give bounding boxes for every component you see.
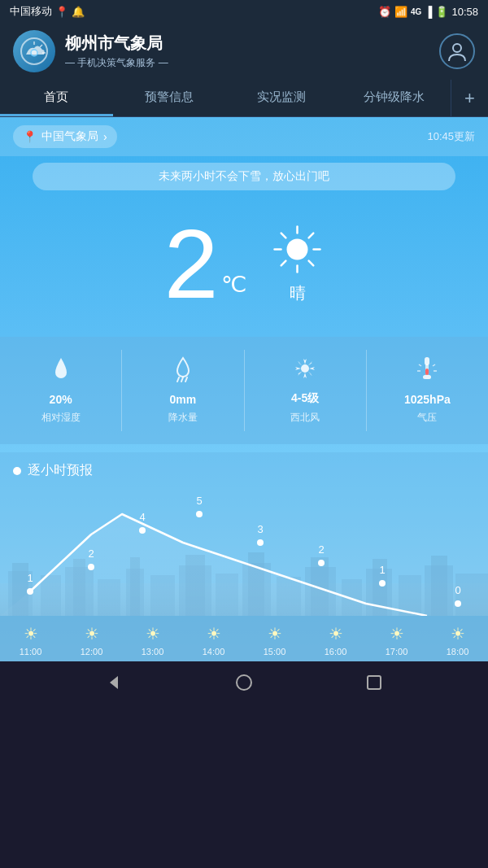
svg-line-21 <box>433 364 435 366</box>
stats-bar: 20% 相对湿度 0mm 降水量 <box>0 337 488 444</box>
hour-item-1200: ☀ 12:00 <box>61 624 122 656</box>
sun-icon-1200: ☀ <box>85 624 99 643</box>
pin-icon: 📍 <box>23 130 37 143</box>
home-button[interactable] <box>226 665 262 700</box>
svg-line-8 <box>309 261 314 266</box>
signal-icon: ▐ <box>425 6 432 18</box>
rainfall-value: 0mm <box>170 393 197 406</box>
wind-direction-label: 西北风 <box>290 411 320 425</box>
weather-main: 2 ℃ 晴 <box>0 190 488 329</box>
alarm-icon: ⏰ <box>378 6 391 18</box>
svg-point-53 <box>139 527 146 534</box>
location-name: 中国气象局 <box>41 129 98 144</box>
tab-rain[interactable]: 分钟级降水 <box>338 80 451 116</box>
rainfall-icon <box>172 356 194 388</box>
temperature-line-chart: 1 2 4 5 3 2 1 0 <box>0 486 488 616</box>
hourly-section: 逐小时预报 <box>0 452 488 661</box>
sun-icon-1700: ☀ <box>390 624 404 643</box>
home-circle-icon <box>235 674 253 691</box>
notice-text: 未来两小时不会下雪，放心出门吧 <box>159 169 329 182</box>
svg-text:1: 1 <box>379 564 385 576</box>
svg-point-63 <box>455 600 461 607</box>
humidity-label: 相对湿度 <box>41 411 81 425</box>
carrier-label: 中国移动 <box>10 4 52 19</box>
pressure-label: 气压 <box>417 411 437 425</box>
back-button[interactable] <box>96 665 132 700</box>
weather-condition: 晴 <box>271 223 324 304</box>
sun-icon-1800: ☀ <box>451 624 465 643</box>
tab-monitor[interactable]: 实况监测 <box>225 80 338 116</box>
hours-row: ☀ 11:00 ☀ 12:00 ☀ 13:00 ☀ 14:00 ☀ 15:00 … <box>0 616 488 661</box>
user-avatar[interactable] <box>439 33 475 69</box>
app-logo <box>13 30 55 72</box>
svg-text:5: 5 <box>196 495 202 507</box>
rainfall-label: 降水量 <box>168 411 198 425</box>
svg-point-1 <box>31 50 37 56</box>
app-title: 柳州市气象局 <box>65 33 439 55</box>
signal-4g-icon: 4G <box>411 7 421 16</box>
main-content: 📍 中国气象局 › 10:45更新 未来两小时不会下雪，放心出门吧 2 ℃ <box>0 117 488 661</box>
hourly-section-label: 逐小时预报 <box>28 462 93 479</box>
sun-weather-icon <box>271 223 324 276</box>
app-header: 柳州市气象局 — 手机决策气象服务 — <box>0 23 488 80</box>
sun-icon-1500: ☀ <box>268 624 282 643</box>
hour-item-1100: ☀ 11:00 <box>0 624 61 656</box>
stat-wind: 4-5级 西北风 <box>245 350 367 431</box>
sun-icon-1600: ☀ <box>329 624 343 643</box>
svg-marker-65 <box>110 676 118 689</box>
back-icon <box>105 674 123 691</box>
barometer-icon <box>415 356 439 382</box>
recents-button[interactable] <box>356 665 392 700</box>
pressure-value: 1025hPa <box>404 393 451 406</box>
system-nav-bar <box>0 661 488 704</box>
time-label: 10:58 <box>451 6 478 18</box>
svg-line-12 <box>177 377 179 382</box>
status-left: 中国移动 📍 🔔 <box>10 4 85 19</box>
tab-home[interactable]: 首页 <box>0 80 113 116</box>
nav-tabs: 首页 预警信息 实况监测 分钟级降水 + <box>0 80 488 117</box>
rain-droplet-icon <box>172 356 194 382</box>
battery-icon: 🔋 <box>435 6 448 18</box>
sun-icon-1400: ☀ <box>207 624 221 643</box>
svg-line-13 <box>181 377 183 382</box>
hour-time-1500: 15:00 <box>264 647 286 656</box>
chevron-right-icon: › <box>103 130 107 143</box>
tab-warning[interactable]: 预警信息 <box>113 80 226 116</box>
wind-speed-value: 4-5级 <box>291 391 319 406</box>
hour-item-1600: ☀ 16:00 <box>305 624 366 656</box>
location-selector[interactable]: 📍 中国气象局 › <box>13 125 117 148</box>
svg-line-14 <box>185 377 187 382</box>
hour-time-1300: 13:00 <box>142 647 164 656</box>
tab-add-button[interactable]: + <box>451 80 488 116</box>
update-time: 10:45更新 <box>427 129 475 144</box>
stat-rainfall: 0mm 降水量 <box>122 350 244 431</box>
sun-icon-1300: ☀ <box>146 624 160 643</box>
svg-rect-18 <box>425 369 429 375</box>
hour-time-1600: 16:00 <box>325 647 347 656</box>
svg-point-2 <box>453 44 461 52</box>
svg-point-59 <box>318 560 325 566</box>
svg-text:2: 2 <box>318 543 324 556</box>
temperature-unit: ℃ <box>221 271 246 298</box>
avatar-icon <box>446 40 468 63</box>
wind-icon <box>293 356 317 386</box>
temperature-display: 2 ℃ <box>164 215 247 312</box>
svg-text:4: 4 <box>139 511 145 523</box>
section-indicator-dot <box>13 467 21 475</box>
hour-item-1300: ☀ 13:00 <box>122 624 183 656</box>
svg-point-51 <box>88 564 94 570</box>
sun-icon-1100: ☀ <box>24 624 38 643</box>
wifi-icon: 📶 <box>394 6 407 18</box>
svg-point-61 <box>379 580 386 587</box>
svg-line-7 <box>281 233 286 238</box>
temperature-value: 2 <box>164 215 219 312</box>
svg-rect-19 <box>423 375 431 379</box>
svg-point-49 <box>27 588 33 595</box>
recents-square-icon <box>365 674 383 691</box>
humidity-value: 20% <box>50 393 72 406</box>
pressure-icon <box>415 356 439 388</box>
notification-icon: 🔔 <box>72 6 85 18</box>
svg-line-20 <box>419 364 421 366</box>
svg-text:0: 0 <box>455 584 460 596</box>
weather-notice: 未来两小时不会下雪，放心出门吧 <box>33 163 455 190</box>
